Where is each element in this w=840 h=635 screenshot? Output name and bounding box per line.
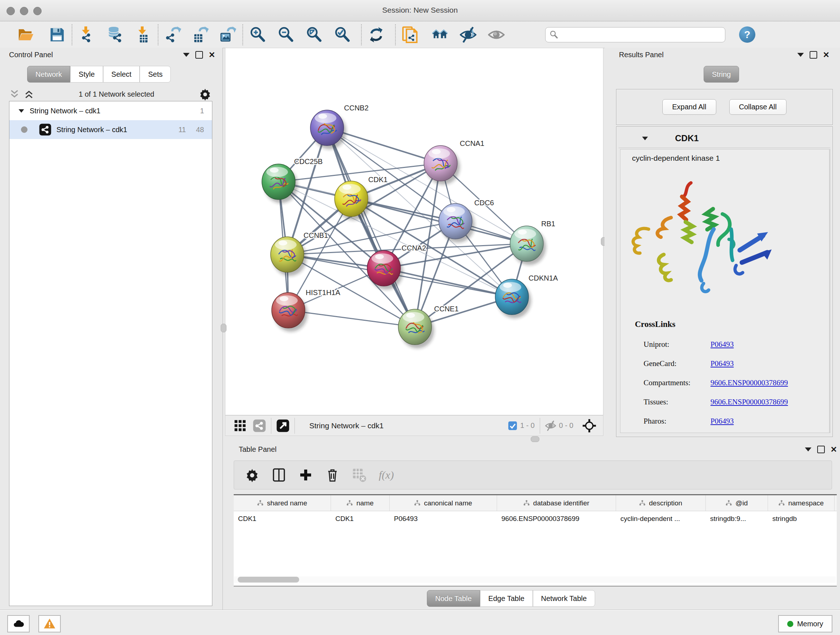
hidden-count: 0 - 0 (559, 421, 573, 430)
crosslink-link[interactable]: P06493 (711, 417, 734, 426)
show-columns-icon[interactable] (272, 468, 286, 482)
column-header-label: namespace (788, 499, 824, 507)
network-options-gear-icon[interactable] (199, 88, 212, 101)
cell-description[interactable]: cyclin-dependent ... (616, 511, 706, 526)
column-header-canonical-name[interactable]: canonical name (390, 495, 497, 511)
results-panel-float-icon[interactable] (810, 51, 817, 59)
zoom-out-icon[interactable] (275, 24, 297, 46)
fit-selection-crosshair-icon[interactable] (582, 418, 597, 433)
gene-section-header[interactable]: CDK1 (619, 129, 830, 148)
crosslink-link[interactable]: 9606.ENSP00000378699 (711, 397, 788, 407)
delete-table-icon (352, 468, 366, 482)
cell-canonical-name[interactable]: P06493 (390, 511, 497, 526)
warnings-button[interactable] (38, 615, 61, 632)
table-hscrollbar-thumb[interactable] (238, 577, 299, 583)
table-panel-collapse-icon[interactable] (805, 448, 812, 451)
network-node-CCNE1[interactable] (398, 309, 434, 348)
zoom-fit-icon[interactable] (303, 24, 325, 46)
cell-namespace[interactable]: stringdb (768, 511, 835, 526)
export-network-icon[interactable] (162, 24, 184, 46)
search-input[interactable] (545, 27, 725, 42)
network-row-selected[interactable]: String Network – cdk1 11 48 (9, 120, 212, 139)
column-header-database-identifier[interactable]: database identifier (497, 495, 616, 511)
network-share-icon[interactable] (253, 419, 266, 432)
zoom-selected-icon[interactable] (332, 24, 353, 46)
network-node-CDC25B[interactable] (262, 164, 298, 203)
control-panel-float-icon[interactable] (195, 51, 203, 59)
crosslink-link[interactable]: 9606.ENSP00000378699 (711, 378, 788, 387)
delete-column-trash-icon[interactable] (325, 468, 340, 482)
network-node-CCNB2[interactable] (310, 110, 346, 149)
save-session-icon[interactable] (46, 24, 68, 46)
open-in-window-icon[interactable] (276, 419, 289, 432)
table-options-gear-icon[interactable] (245, 468, 259, 482)
network-node-HIST1H1A[interactable] (272, 293, 308, 332)
column-header-name[interactable]: name (331, 495, 390, 511)
cell-@id[interactable]: stringdb:9... (706, 511, 768, 526)
network-node-CCNA2[interactable] (367, 250, 403, 290)
left-splitter-handle[interactable] (221, 324, 226, 333)
selected-nodes-checkbox-icon[interactable] (508, 421, 517, 431)
export-image-icon[interactable] (217, 24, 239, 46)
results-panel-collapse-icon[interactable] (797, 53, 804, 57)
table-tab-edge-table[interactable]: Edge Table (480, 590, 533, 607)
network-node-CDC6[interactable] (439, 203, 475, 242)
refresh-view-icon[interactable] (365, 24, 387, 46)
control-tab-select[interactable]: Select (103, 66, 140, 82)
table-hscrollbar[interactable] (234, 576, 836, 583)
cell-database-identifier[interactable]: 9606.ENSP00000378699 (497, 511, 616, 526)
column-header-shared-name[interactable]: shared name (234, 495, 331, 511)
network-type-share-icon (39, 124, 51, 136)
show-all-eye-icon[interactable] (485, 24, 507, 46)
tree-expand-icon[interactable] (19, 109, 24, 112)
cell-shared-name[interactable]: CDK1 (234, 511, 331, 526)
network-node-RB1[interactable] (510, 226, 546, 265)
layout-houses-icon[interactable] (429, 24, 451, 46)
import-network-file-icon[interactable] (76, 24, 98, 46)
network-collection-row[interactable]: String Network – cdk1 1 (9, 101, 212, 120)
control-panel-close-icon[interactable]: ✕ (209, 51, 215, 59)
control-tab-style[interactable]: Style (70, 66, 103, 82)
results-tab-string[interactable]: String (704, 66, 739, 82)
control-panel-collapse-icon[interactable] (183, 53, 189, 57)
expand-all-chevron-icon[interactable] (24, 89, 34, 100)
column-header-description[interactable]: description (616, 495, 706, 511)
import-table-file-icon[interactable] (133, 24, 154, 46)
birds-eye-view-icon[interactable] (234, 420, 246, 432)
column-type-icon (414, 500, 420, 506)
collapse-all-chevron-icon[interactable] (9, 89, 20, 100)
network-node-CDKN1A[interactable] (495, 279, 531, 318)
column-header-@id[interactable]: @id (706, 495, 768, 511)
hide-selected-eye-slash-icon[interactable] (457, 24, 479, 46)
import-network-database-icon[interactable] (104, 24, 126, 46)
control-tab-network[interactable]: Network (27, 66, 70, 82)
table-panel-float-icon[interactable] (817, 446, 825, 453)
add-column-icon[interactable] (298, 468, 313, 482)
network-edge[interactable] (384, 268, 512, 297)
crosslink-link[interactable]: P06493 (711, 359, 734, 368)
new-network-from-selection-icon[interactable] (399, 24, 421, 46)
memory-button[interactable]: Memory (778, 615, 832, 632)
table-panel-close-icon[interactable]: ✕ (831, 446, 837, 454)
table-tab-network-table[interactable]: Network Table (533, 590, 595, 607)
help-icon[interactable]: ? (739, 27, 755, 43)
zoom-in-icon[interactable] (247, 24, 268, 46)
network-node-CDK1[interactable] (335, 181, 370, 220)
gene-collapse-icon[interactable] (642, 136, 648, 140)
column-header-namespace[interactable]: namespace (768, 495, 835, 511)
column-header-label: shared name (267, 499, 307, 507)
open-file-icon[interactable] (14, 24, 36, 46)
control-tab-sets[interactable]: Sets (140, 66, 171, 82)
network-view-canvas[interactable]: CCNB2CCNA1CDC25BCDK1CDC6RB1CCNB1CCNA2CDK… (225, 48, 603, 415)
export-table-icon[interactable] (189, 24, 211, 46)
crosslink-link[interactable]: P06493 (711, 340, 734, 349)
results-panel-close-icon[interactable]: ✕ (823, 51, 829, 59)
table-row[interactable]: CDK1CDK1P064939606.ENSP00000378699cyclin… (234, 511, 837, 526)
bottom-splitter-handle[interactable] (531, 436, 539, 442)
cloud-status-button[interactable] (7, 615, 30, 632)
table-tab-node-table[interactable]: Node Table (427, 590, 480, 607)
expand-all-button[interactable]: Expand All (662, 99, 716, 115)
collapse-all-button[interactable]: Collapse All (729, 99, 787, 115)
network-node-CCNA1[interactable] (424, 146, 460, 185)
cell-name[interactable]: CDK1 (331, 511, 390, 526)
